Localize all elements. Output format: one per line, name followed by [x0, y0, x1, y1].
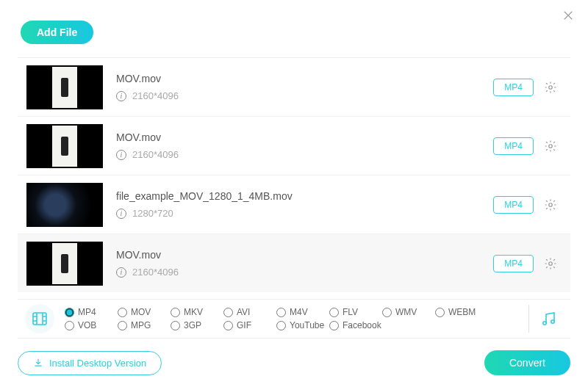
file-resolution: 1280*720 [132, 208, 173, 219]
format-bar: MP4MOVMKVAVIM4VFLVWMVWEBMVOBMPG3GPGIFYou… [18, 299, 570, 339]
file-resolution-row: i1280*720 [116, 208, 493, 219]
format-radio[interactable] [65, 321, 74, 330]
format-label: WMV [395, 307, 417, 317]
gear-icon[interactable] [544, 257, 557, 270]
file-name: MOV.mov [116, 249, 493, 261]
file-meta: MOV.movi2160*4096 [116, 73, 493, 101]
file-resolution: 2160*4096 [132, 149, 179, 160]
file-row[interactable]: MOV.movi2160*4096MP4 [18, 58, 570, 117]
install-label: Install Desktop Version [49, 358, 146, 369]
format-label: M4V [290, 307, 308, 317]
file-resolution-row: i2160*4096 [116, 267, 493, 278]
format-option-mp4[interactable]: MP4 [65, 307, 118, 317]
format-option-mkv[interactable]: MKV [171, 307, 223, 317]
format-label: MPG [131, 320, 151, 330]
format-label: VOB [78, 320, 96, 330]
file-meta: MOV.movi2160*4096 [116, 249, 493, 278]
svg-point-0 [549, 85, 553, 89]
format-label: AVI [237, 307, 250, 317]
format-option-avi[interactable]: AVI [223, 307, 276, 317]
file-thumbnail [26, 242, 103, 286]
format-label: WEBM [448, 307, 476, 317]
file-meta: MOV.movi2160*4096 [116, 131, 493, 160]
format-label: FLV [343, 307, 358, 317]
file-resolution: 2160*4096 [132, 267, 179, 278]
divider [528, 305, 529, 333]
format-option-mpg[interactable]: MPG [118, 320, 171, 330]
format-option-facebook[interactable]: Facebook [329, 320, 382, 330]
format-radio[interactable] [118, 308, 127, 317]
download-icon [33, 358, 43, 368]
video-format-icon[interactable] [25, 304, 54, 333]
file-row[interactable]: MOV.movi2160*4096MP4 [18, 117, 570, 176]
file-thumbnail [26, 183, 103, 227]
file-thumbnail [26, 124, 103, 168]
format-radio[interactable] [171, 308, 180, 317]
svg-point-6 [551, 320, 554, 323]
gear-icon[interactable] [544, 81, 557, 94]
file-row[interactable]: file_example_MOV_1280_1_4MB.movi1280*720… [18, 176, 570, 234]
info-icon[interactable]: i [116, 209, 126, 219]
format-radio[interactable] [276, 308, 286, 317]
output-format-badge[interactable]: MP4 [493, 79, 534, 96]
format-label: 3GP [184, 320, 201, 330]
info-icon[interactable]: i [116, 150, 126, 160]
file-thumbnail [26, 65, 103, 109]
format-radio[interactable] [435, 308, 445, 317]
format-radio[interactable] [382, 308, 392, 317]
format-option-gif[interactable]: GIF [223, 320, 276, 330]
convert-button[interactable]: Convert [484, 350, 570, 375]
svg-point-5 [543, 322, 546, 325]
format-option-youtube[interactable]: YouTube [276, 320, 329, 330]
bottom-bar: Install Desktop Version Convert [18, 350, 570, 375]
file-name: file_example_MOV_1280_1_4MB.mov [116, 190, 493, 202]
format-radio[interactable] [118, 321, 127, 330]
info-icon[interactable]: i [116, 91, 126, 101]
svg-rect-4 [33, 313, 46, 325]
file-resolution: 2160*4096 [132, 90, 179, 101]
file-resolution-row: i2160*4096 [116, 149, 493, 160]
format-option-m4v[interactable]: M4V [276, 307, 329, 317]
format-label: GIF [237, 320, 251, 330]
format-radio[interactable] [223, 321, 233, 330]
format-radio[interactable] [329, 321, 339, 330]
info-icon[interactable]: i [116, 267, 126, 278]
format-radio[interactable] [223, 308, 233, 317]
format-option-3gp[interactable]: 3GP [171, 320, 223, 330]
output-format-badge[interactable]: MP4 [493, 196, 534, 214]
add-file-button[interactable]: Add File [21, 21, 93, 44]
svg-point-3 [549, 261, 553, 265]
file-resolution-row: i2160*4096 [116, 90, 493, 101]
file-meta: file_example_MOV_1280_1_4MB.movi1280*720 [116, 190, 493, 219]
format-option-mov[interactable]: MOV [118, 307, 171, 317]
format-option-vob[interactable]: VOB [65, 320, 118, 330]
format-option-flv[interactable]: FLV [329, 307, 382, 317]
install-desktop-button[interactable]: Install Desktop Version [18, 351, 162, 375]
audio-format-icon[interactable] [538, 308, 559, 329]
close-icon[interactable] [562, 9, 575, 25]
gear-icon[interactable] [544, 198, 557, 211]
format-radio[interactable] [65, 308, 74, 317]
output-format-badge[interactable]: MP4 [493, 137, 534, 155]
format-label: Facebook [343, 320, 381, 330]
format-radio[interactable] [171, 321, 180, 330]
file-row[interactable]: MOV.movi2160*4096MP4 [18, 234, 570, 292]
svg-point-1 [549, 144, 553, 148]
file-name: MOV.mov [116, 131, 493, 143]
format-radio[interactable] [329, 308, 339, 317]
file-list: MOV.movi2160*4096MP4MOV.movi2160*4096MP4… [18, 57, 570, 292]
file-name: MOV.mov [116, 73, 493, 84]
format-label: MP4 [78, 307, 96, 317]
format-label: MOV [131, 307, 151, 317]
svg-point-2 [549, 203, 553, 206]
format-option-wmv[interactable]: WMV [382, 307, 435, 317]
format-options: MP4MOVMKVAVIM4VFLVWMVWEBMVOBMPG3GPGIFYou… [65, 307, 520, 330]
format-label: MKV [184, 307, 203, 317]
output-format-badge[interactable]: MP4 [493, 255, 534, 272]
format-radio[interactable] [276, 321, 286, 330]
format-label: YouTube [290, 320, 324, 330]
format-option-webm[interactable]: WEBM [435, 307, 488, 317]
gear-icon[interactable] [544, 140, 557, 153]
